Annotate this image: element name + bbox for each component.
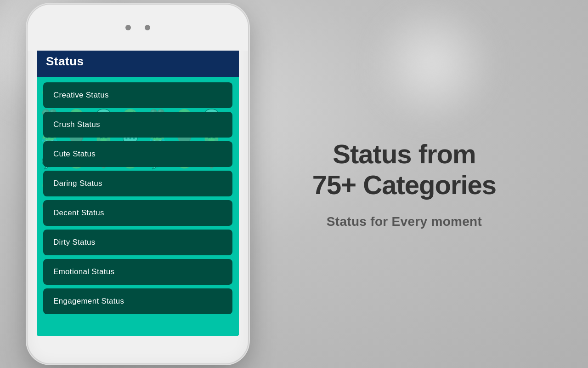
headline-line2: 75+ Categories <box>312 170 496 200</box>
phone-top-bar <box>28 5 248 51</box>
phone-screen: Status Creative StatusCrush StatusCute S… <box>37 46 239 336</box>
headline: Status from 75+ Categories <box>312 139 496 200</box>
menu-item-engagement-status[interactable]: Engagement Status <box>43 288 232 314</box>
menu-item-dirty-status[interactable]: Dirty Status <box>43 230 232 255</box>
camera-dot-right <box>145 25 150 30</box>
phone-mockup: Status Creative StatusCrush StatusCute S… <box>28 5 248 363</box>
menu-item-emotional-status[interactable]: Emotional Status <box>43 259 232 285</box>
app-content: Creative StatusCrush StatusCute StatusDa… <box>37 77 239 336</box>
phone-frame: Status Creative StatusCrush StatusCute S… <box>28 5 248 363</box>
menu-list: Creative StatusCrush StatusCute StatusDa… <box>37 77 239 320</box>
menu-item-cute-status[interactable]: Cute Status <box>43 141 232 167</box>
menu-item-crush-status[interactable]: Crush Status <box>43 112 232 138</box>
subheadline: Status for Every moment <box>327 214 482 229</box>
right-panel: Status from 75+ Categories Status for Ev… <box>220 121 588 247</box>
app-title: Status <box>46 54 84 68</box>
camera-dot-left <box>125 25 131 30</box>
menu-item-decent-status[interactable]: Decent Status <box>43 200 232 226</box>
headline-line1: Status from <box>333 139 475 169</box>
menu-item-daring-status[interactable]: Daring Status <box>43 171 232 196</box>
menu-item-creative-status[interactable]: Creative Status <box>43 82 232 108</box>
app-header: Status <box>37 46 239 77</box>
